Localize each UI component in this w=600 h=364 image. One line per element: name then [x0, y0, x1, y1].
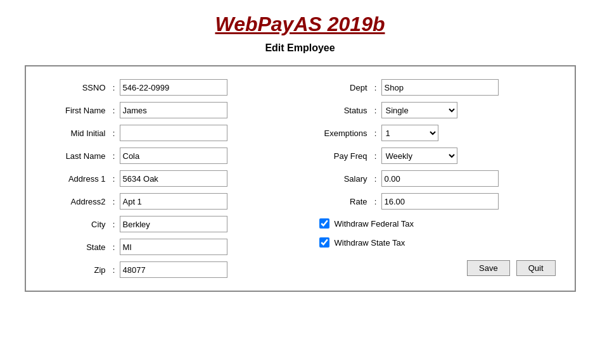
payfreq-colon: :	[370, 151, 381, 161]
exemptions-colon: :	[370, 129, 381, 138]
salary-row: Salary :	[307, 170, 556, 187]
page-heading: Edit Employee	[265, 42, 335, 54]
firstname-row: First Name :	[45, 102, 294, 118]
zip-label: Zip	[45, 265, 108, 275]
salary-input[interactable]	[381, 170, 499, 187]
city-label: City	[45, 220, 108, 229]
city-colon: :	[108, 220, 120, 229]
lastname-colon: :	[108, 151, 120, 161]
rate-label: Rate	[307, 197, 370, 206]
address2-row: Address2 :	[45, 193, 294, 210]
lastname-input[interactable]	[120, 147, 227, 164]
withdraw-state-row: Withdraw State Tax	[319, 237, 556, 248]
dept-colon: :	[370, 83, 381, 92]
status-colon: :	[370, 106, 381, 115]
zip-colon: :	[108, 265, 120, 275]
right-column: Dept : Status : Single Married Exemption…	[294, 79, 556, 278]
lastname-label: Last Name	[45, 151, 108, 161]
left-column: SSNO : First Name : Mid Initial : Last N…	[45, 79, 294, 278]
save-button[interactable]: Save	[467, 260, 510, 276]
state-label: State	[45, 242, 108, 252]
salary-colon: :	[370, 174, 381, 184]
dept-input[interactable]	[381, 79, 499, 96]
payfreq-select[interactable]: Weekly Biweekly Monthly	[381, 147, 457, 164]
rate-row: Rate :	[307, 193, 556, 210]
rate-colon: :	[370, 197, 381, 206]
address1-row: Address 1 :	[45, 170, 294, 187]
zip-input[interactable]	[120, 261, 227, 278]
address1-colon: :	[108, 174, 120, 184]
firstname-colon: :	[108, 106, 120, 115]
address1-input[interactable]	[120, 170, 227, 187]
status-label: Status	[307, 106, 370, 115]
payfreq-label: Pay Freq	[307, 151, 370, 161]
ssno-label: SSNO	[45, 83, 108, 92]
ssno-input[interactable]	[120, 79, 227, 96]
withdraw-federal-row: Withdraw Federal Tax	[319, 218, 556, 229]
state-input[interactable]	[120, 239, 227, 255]
status-row: Status : Single Married	[307, 102, 556, 118]
app-title: WebPayAS 2019b	[215, 13, 385, 36]
payfreq-row: Pay Freq : Weekly Biweekly Monthly	[307, 147, 556, 164]
status-select[interactable]: Single Married	[381, 102, 457, 118]
midinit-colon: :	[108, 129, 120, 138]
quit-button[interactable]: Quit	[516, 260, 556, 276]
exemptions-row: Exemptions : 0 1 2 3 4 5	[307, 125, 556, 141]
exemptions-label: Exemptions	[307, 129, 370, 138]
city-row: City :	[45, 216, 294, 232]
firstname-label: First Name	[45, 106, 108, 115]
midinit-row: Mid Initial :	[45, 125, 294, 141]
form-body: SSNO : First Name : Mid Initial : Last N…	[45, 79, 556, 278]
withdraw-state-label: Withdraw State Tax	[335, 238, 405, 248]
withdraw-federal-checkbox[interactable]	[319, 218, 329, 229]
exemptions-select[interactable]: 0 1 2 3 4 5	[381, 125, 438, 141]
lastname-row: Last Name :	[45, 147, 294, 164]
address2-colon: :	[108, 197, 120, 206]
firstname-input[interactable]	[120, 102, 227, 118]
dept-row: Dept :	[307, 79, 556, 96]
midinit-input[interactable]	[120, 125, 227, 141]
withdraw-federal-label: Withdraw Federal Tax	[335, 219, 414, 229]
rate-input[interactable]	[381, 193, 499, 210]
withdraw-state-checkbox[interactable]	[319, 237, 329, 248]
form-container: SSNO : First Name : Mid Initial : Last N…	[25, 65, 576, 292]
buttons-row: Save Quit	[307, 260, 556, 276]
city-input[interactable]	[120, 216, 227, 232]
ssno-row: SSNO :	[45, 79, 294, 96]
address2-label: Address2	[45, 197, 108, 206]
state-row: State :	[45, 239, 294, 255]
dept-label: Dept	[307, 83, 370, 92]
zip-row: Zip :	[45, 261, 294, 278]
salary-label: Salary	[307, 174, 370, 184]
state-colon: :	[108, 242, 120, 252]
address1-label: Address 1	[45, 174, 108, 184]
midinit-label: Mid Initial	[45, 129, 108, 138]
ssno-colon: :	[108, 83, 120, 92]
address2-input[interactable]	[120, 193, 227, 210]
